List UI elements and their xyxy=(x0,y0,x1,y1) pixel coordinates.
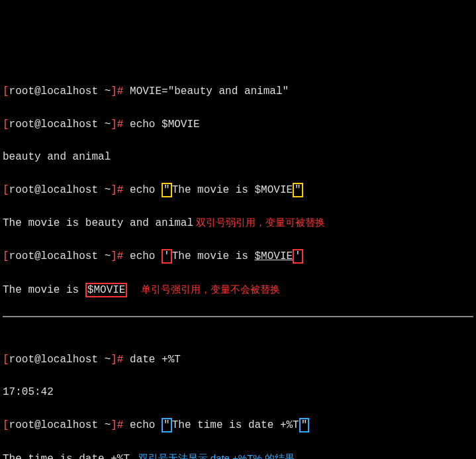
prompt-bracket: [ xyxy=(3,354,9,366)
double-quote-close: " xyxy=(299,418,310,433)
prompt-bracket: ]# xyxy=(111,119,130,130)
command: The movie is $MOVIE xyxy=(172,184,293,196)
command: date +%T xyxy=(130,354,181,366)
command: The time is date +%T xyxy=(172,419,299,431)
double-quote-open: " xyxy=(162,183,172,197)
output: The movie is beauty and animal xyxy=(3,217,193,229)
prompt-bracket: [ xyxy=(3,250,9,262)
command: echo xyxy=(130,419,162,431)
prompt-user: root@localhost ~ xyxy=(9,250,111,262)
terminal-line: [root@localhost ~]# date +%T xyxy=(3,352,473,368)
prompt-bracket: ]# xyxy=(111,184,130,196)
command: The movie is xyxy=(172,250,255,262)
prompt-bracket: ]# xyxy=(111,85,130,97)
command: MOVIE="beauty and animal" xyxy=(130,85,289,97)
prompt-bracket: ]# xyxy=(111,354,130,366)
separator xyxy=(3,316,473,317)
single-quote-open: ' xyxy=(162,249,172,264)
prompt-bracket: ]# xyxy=(111,419,130,431)
prompt-user: root@localhost ~ xyxy=(9,354,111,366)
prompt-user: root@localhost ~ xyxy=(9,119,111,130)
terminal-line: The time is date +%T 双引号无法显示 date +%T% 的… xyxy=(3,450,473,459)
terminal-line: The movie is $MOVIE 单引号强引用，变量不会被替换 xyxy=(3,281,473,299)
annotation-strong-quote: 单引号强引用，变量不会被替换 xyxy=(127,283,280,295)
terminal-line: [root@localhost ~]# MOVIE="beauty and an… xyxy=(3,83,473,100)
single-quote-close: ' xyxy=(293,249,303,264)
prompt-bracket: [ xyxy=(3,419,9,431)
annotation-weak-quote: 双引号弱引用，变量可被替换 xyxy=(193,217,325,228)
output: The time is date +%T xyxy=(3,453,130,459)
terminal-line: The movie is beauty and animal 双引号弱引用，变量… xyxy=(3,215,473,232)
terminal-line: [root@localhost ~]# echo $MOVIE xyxy=(3,117,473,133)
prompt-user: root@localhost ~ xyxy=(9,419,111,431)
prompt-bracket: ]# xyxy=(111,250,130,262)
output: The movie is xyxy=(3,284,85,296)
output-line: 17:05:42 xyxy=(3,384,473,401)
command: echo xyxy=(130,250,162,262)
unexpanded-variable: $MOVIE xyxy=(85,283,128,297)
variable: $MOVIE xyxy=(255,250,293,262)
terminal-line: [root@localhost ~]# echo 'The movie is $… xyxy=(3,248,473,265)
terminal-line: [root@localhost ~]# echo "The movie is $… xyxy=(3,182,473,199)
double-quote-open: " xyxy=(162,418,172,433)
terminal-line: [root@localhost ~]# echo "The time is da… xyxy=(3,417,473,434)
command: echo $MOVIE xyxy=(130,119,200,130)
prompt-user: root@localhost ~ xyxy=(9,184,111,196)
double-quote-close: " xyxy=(293,183,303,197)
prompt-bracket: [ xyxy=(3,85,9,97)
output-line: beauty and animal xyxy=(3,149,473,166)
command: echo xyxy=(130,184,162,196)
prompt-user: root@localhost ~ xyxy=(9,85,111,97)
prompt-bracket: [ xyxy=(3,184,9,196)
annotation-double-quote: 双引号无法显示 date +%T% 的结果 xyxy=(130,452,295,459)
prompt-bracket: [ xyxy=(3,119,9,130)
